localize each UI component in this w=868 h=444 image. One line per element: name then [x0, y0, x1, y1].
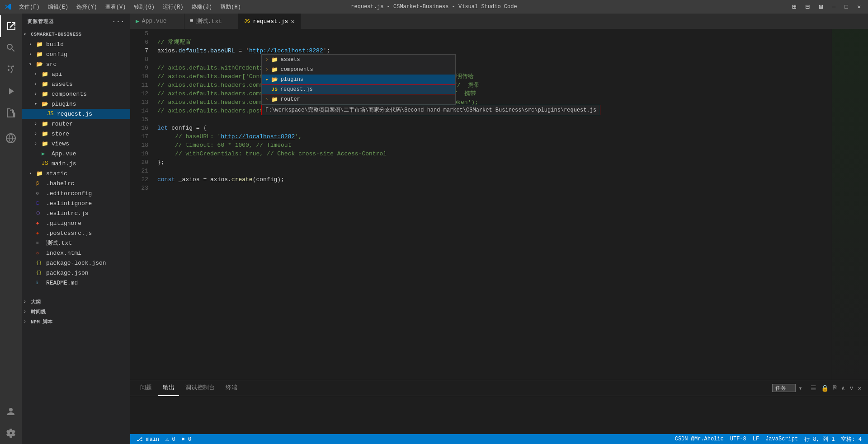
sidebar-item-app-vue[interactable]: › ▶ App.vue	[22, 149, 130, 159]
menu-edit[interactable]: 编辑(E)	[44, 2, 72, 12]
status-position[interactable]: 行 8, 列 1	[802, 435, 836, 443]
main-layout: 资源管理器 ··· ▾ CSMARKET-BUSINESS › 📁 build …	[0, 14, 868, 444]
hover-item-label: assets	[281, 56, 300, 63]
sidebar-item-assets[interactable]: › 📁 assets	[22, 79, 130, 89]
activity-settings[interactable]	[0, 422, 22, 444]
editor-area: ▶ App.vue ≡ 测试.txt JS request.js ✕ 5 6 7	[130, 14, 868, 444]
sidebar-item-build[interactable]: › 📁 build	[22, 39, 130, 49]
menu-help[interactable]: 帮助(H)	[217, 2, 245, 12]
activity-account[interactable]	[0, 401, 22, 422]
panel-list-icon[interactable]: ☰	[810, 383, 817, 393]
menu-view[interactable]: 查看(V)	[102, 2, 130, 12]
status-bar-left: ⎇ main ⚠ 0 ✖ 0	[135, 436, 193, 443]
sidebar-item-editorconfig[interactable]: › ⚙ .editorconfig	[22, 188, 130, 198]
tab-test-txt[interactable]: ≡ 测试.txt	[184, 14, 239, 29]
panel-close-icon[interactable]: ✕	[857, 383, 863, 393]
panel-down-icon[interactable]: ∨	[849, 383, 854, 393]
code-line-22: const _axios = axios.create(config);	[157, 175, 832, 184]
panel-copy-icon[interactable]: ⎘	[832, 383, 838, 393]
sidebar-item-views[interactable]: › 📁 views	[22, 139, 130, 149]
close-button[interactable]: ✕	[854, 2, 863, 11]
task-select[interactable]: 任务	[772, 384, 796, 392]
activity-search[interactable]	[0, 37, 22, 59]
sidebar-item-eslintrc[interactable]: › ⬡ .eslintrc.js	[22, 208, 130, 218]
sidebar-item-readme[interactable]: › ℹ README.md	[22, 278, 130, 288]
git-file-icon: ◆	[36, 220, 44, 226]
sidebar-item-index-html[interactable]: › ◇ index.html	[22, 248, 130, 258]
panel-tab-debug[interactable]: 调试控制台	[181, 380, 219, 396]
sidebar-item-test-txt[interactable]: › ≡ 测试.txt	[22, 238, 130, 248]
menu-file[interactable]: 文件(F)	[15, 2, 43, 12]
menu-goto[interactable]: 转到(G)	[130, 2, 158, 12]
sidebar-item-config[interactable]: › 📁 config	[22, 49, 130, 59]
tab-close-icon[interactable]: ✕	[291, 18, 294, 25]
menu-terminal[interactable]: 终端(J)	[188, 2, 216, 12]
activity-run[interactable]	[0, 80, 22, 102]
status-spaces[interactable]: 空格: 4	[839, 435, 863, 443]
status-eol[interactable]: LF	[751, 436, 761, 442]
sidebar-item-plugins[interactable]: ▾ 📂 plugins	[22, 99, 130, 109]
sidebar-item-request-js[interactable]: › JS request.js	[22, 109, 130, 119]
maximize-button[interactable]: □	[842, 3, 851, 11]
sidebar-outline-section[interactable]: › 大纲	[22, 297, 130, 307]
more-options-icon[interactable]: ···	[112, 18, 125, 25]
sidebar-item-label: plugins	[52, 101, 76, 107]
activity-explorer[interactable]	[0, 15, 22, 37]
sidebar-timeline-section[interactable]: › 时间线	[22, 307, 130, 317]
sidebar-item-api[interactable]: › 📁 api	[22, 69, 130, 79]
title-bar-menu[interactable]: 文件(F) 编辑(E) 选择(Y) 查看(V) 转到(G) 运行(R) 终端(J…	[15, 2, 245, 12]
folder-arrow-icon: ›	[34, 131, 42, 136]
hover-item-router[interactable]: › 📁 router	[262, 94, 455, 104]
panel-lock-icon[interactable]: 🔒	[820, 383, 830, 393]
menu-run[interactable]: 运行(R)	[159, 2, 187, 12]
hover-item-assets[interactable]: › 📁 assets	[262, 55, 455, 65]
sidebar-header-icons[interactable]: ···	[112, 18, 125, 25]
sidebar-npm-section[interactable]: › NPM 脚本	[22, 317, 130, 327]
status-errors[interactable]: ✖ 0	[180, 436, 193, 443]
panel-icon[interactable]: ⊟	[802, 1, 812, 12]
sidebar-item-babelrc[interactable]: › β .babelrc	[22, 178, 130, 188]
sidebar-item-router[interactable]: › 📁 router	[22, 119, 130, 129]
activity-extensions[interactable]	[0, 102, 22, 124]
minimize-button[interactable]: —	[830, 3, 839, 11]
tab-request-js[interactable]: JS request.js ✕	[239, 14, 301, 29]
sidebar-item-main-js[interactable]: › JS main.js	[22, 159, 130, 168]
sidebar-item-package-json[interactable]: › {} package.json	[22, 268, 130, 278]
tab-app-vue[interactable]: ▶ App.vue	[130, 14, 184, 29]
status-encoding[interactable]: UTF-8	[728, 436, 748, 442]
js-file-icon: JS	[42, 160, 50, 167]
babel-file-icon: β	[36, 181, 44, 186]
status-user[interactable]: CSDN @Mr.Aholic	[673, 436, 726, 442]
status-language[interactable]: JavaScript	[764, 436, 800, 442]
hover-item-plugins[interactable]: ▾ 📂 plugins	[262, 75, 455, 84]
sidebar-item-package-lock[interactable]: › {} package-lock.json	[22, 258, 130, 268]
split-icon[interactable]: ⊠	[816, 1, 826, 12]
project-root[interactable]: ▾ CSMARKET-BUSINESS	[22, 29, 130, 39]
hover-item-request-js[interactable]: › JS request.js	[262, 84, 455, 94]
title-bar-left: 文件(F) 编辑(E) 选择(Y) 查看(V) 转到(G) 运行(R) 终端(J…	[5, 2, 245, 12]
sidebar-item-postcssrc[interactable]: › ◈ .postcssrc.js	[22, 228, 130, 238]
activity-source-control[interactable]	[0, 59, 22, 80]
panel-tab-output[interactable]: 输出	[158, 380, 179, 396]
activity-remote[interactable]	[0, 127, 22, 149]
hover-item-components[interactable]: › 📁 components	[262, 65, 455, 75]
title-bar-controls[interactable]: ⊞ ⊟ ⊠ — □ ✕	[789, 1, 863, 12]
panel-tab-terminal[interactable]: 终端	[221, 380, 242, 396]
sidebar-item-components[interactable]: › 📁 components	[22, 89, 130, 99]
sidebar-item-label: .eslintignore	[46, 200, 92, 207]
folder-arrow-icon: ›	[34, 122, 42, 126]
sidebar-item-store[interactable]: › 📁 store	[22, 129, 130, 139]
menu-select[interactable]: 选择(Y)	[73, 2, 101, 12]
panel-tab-problems[interactable]: 问题	[136, 380, 156, 396]
sidebar-item-eslintignore[interactable]: › E .eslintignore	[22, 198, 130, 208]
panel-up-icon[interactable]: ∧	[840, 383, 846, 393]
layout-icon[interactable]: ⊞	[789, 1, 799, 12]
folder-arrow-icon: ›	[34, 72, 42, 77]
sidebar-item-src[interactable]: ▾ 📂 src	[22, 59, 130, 69]
sidebar-item-static[interactable]: › 📁 static	[22, 168, 130, 178]
status-branch[interactable]: ⎇ main	[135, 436, 161, 443]
task-dropdown[interactable]: 任务 ▾	[772, 383, 803, 393]
sidebar-tree[interactable]: ▾ CSMARKET-BUSINESS › 📁 build › 📁 config…	[22, 29, 130, 444]
sidebar-item-gitignore[interactable]: › ◆ .gitignore	[22, 218, 130, 228]
status-warnings[interactable]: ⚠ 0	[164, 436, 177, 443]
